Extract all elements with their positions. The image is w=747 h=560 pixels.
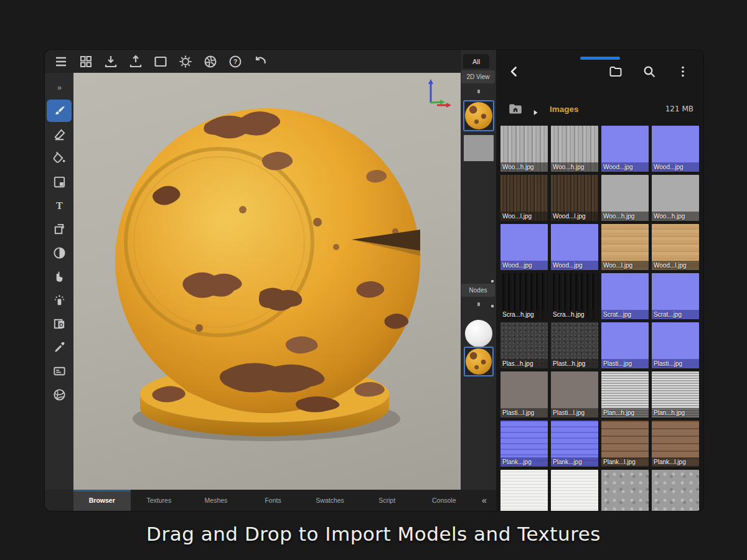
texture-tile[interactable]: Woo...h.jpg (601, 175, 649, 221)
texture-tile[interactable]: Plas...h.jpg (500, 322, 548, 368)
texture-tile[interactable]: Woo...h.jpg (500, 126, 548, 172)
tile-label: Woo...h.jpg (652, 212, 699, 221)
file-browser-panel: Images 121 MB Woo...h.jpg Woo...h.jpg Wo… (496, 50, 703, 511)
window-icon[interactable] (152, 53, 169, 70)
tab-group: Browser Textures Meshes Fonts Swatches S… (73, 490, 472, 511)
decal-tool[interactable] (47, 170, 72, 193)
tab-all[interactable]: All (463, 54, 489, 68)
tile-label: Scrat...jpg (652, 310, 699, 319)
panel-tab[interactable]: Script (359, 490, 416, 511)
expand-tool[interactable]: » (47, 76, 72, 98)
overflow-menu-button[interactable] (674, 63, 692, 82)
spray-tool[interactable] (47, 289, 72, 311)
thumbnail-2d-gray[interactable] (464, 135, 494, 161)
texture-tile[interactable]: Plank...jpg (551, 421, 598, 467)
panel-tab[interactable]: Textures (131, 490, 188, 511)
texture-grid: Woo...h.jpg Woo...h.jpg Wood...jpg Wood.… (496, 126, 703, 511)
thumbnail-2d-texture[interactable] (463, 100, 494, 131)
texture-tile[interactable]: Scra...h.jpg (500, 273, 548, 319)
texture-tile[interactable]: Plank...l.jpg (652, 421, 699, 467)
texture-tile[interactable]: Wood...jpg (652, 126, 699, 172)
texture-tile[interactable]: Wood...jpg (601, 126, 649, 172)
texture-tile[interactable]: Wood...l.jpg (652, 224, 699, 270)
panel-tab[interactable]: Console (415, 490, 472, 511)
breadcrumb-folder[interactable]: Images (546, 104, 583, 114)
layers-tool[interactable]: D (47, 312, 72, 335)
tile-label: Plas...h.jpg (500, 359, 548, 368)
tile-label: Wood...jpg (551, 261, 598, 270)
export-icon[interactable] (127, 53, 144, 70)
tile-label: Plank...l.jpg (601, 457, 649, 467)
node-thumbnail-rust[interactable] (464, 347, 494, 376)
texture-tile[interactable]: Plasti...l.jpg (500, 371, 548, 418)
tile-label: Plan...h.jpg (652, 408, 699, 418)
smudge-tool[interactable] (47, 265, 72, 287)
texture-tile[interactable]: Plasti...jpg (652, 322, 699, 368)
undo-icon[interactable] (251, 53, 269, 70)
app-window: ? » T (45, 50, 703, 511)
texture-tile[interactable]: Plan...h.jpg (652, 371, 699, 418)
texture-tile[interactable] (601, 470, 649, 511)
texture-tile[interactable] (652, 470, 699, 511)
search-button[interactable] (640, 63, 659, 82)
viewport-3d[interactable] (73, 73, 461, 490)
texture-tile[interactable]: Woo...h.jpg (551, 126, 598, 172)
folder-size: 121 MB (665, 105, 693, 113)
transform-tool[interactable] (47, 218, 72, 240)
texture-tile[interactable]: Plan...h.jpg (601, 371, 649, 418)
panel-tab[interactable]: Swatches (301, 490, 359, 511)
fill-tool[interactable] (47, 147, 72, 169)
node-thumbnail-white[interactable] (465, 320, 492, 347)
texture-tile[interactable]: Wood...jpg (551, 224, 598, 270)
import-icon[interactable] (102, 53, 120, 70)
texture-tile[interactable] (551, 470, 598, 511)
texture-tile[interactable]: Scra...h.jpg (551, 273, 598, 319)
tile-label: Wood...jpg (601, 162, 649, 172)
back-button[interactable] (505, 63, 524, 82)
add-node-button[interactable] (474, 300, 484, 309)
axis-gizmo[interactable] (418, 77, 453, 113)
section-2d-view[interactable]: 2D View (461, 70, 495, 83)
properties-tool[interactable] (47, 360, 72, 382)
texture-tile[interactable]: Plank...jpg (500, 421, 548, 467)
settings-icon[interactable] (177, 53, 194, 70)
folder-button[interactable] (606, 63, 625, 82)
grid-icon[interactable] (77, 53, 95, 70)
collapse-panel-button[interactable]: « (472, 490, 496, 511)
texture-tile[interactable] (500, 470, 548, 511)
texture-tile[interactable]: Woo...l.jpg (500, 175, 548, 221)
texture-tile[interactable]: Woo...h.jpg (652, 175, 699, 221)
panel-tab[interactable]: Meshes (187, 490, 245, 511)
texture-tile[interactable]: Plast...h.jpg (551, 322, 598, 368)
caption-text: Drag and Drop to Import Models and Textu… (0, 523, 747, 545)
texture-tile[interactable]: Scrat...jpg (652, 273, 699, 319)
aperture-icon[interactable] (202, 53, 219, 70)
tile-label: Plank...l.jpg (652, 457, 699, 467)
eyedropper-tool[interactable] (47, 336, 72, 358)
material-tool[interactable] (47, 383, 72, 406)
panel-tab[interactable]: Fonts (245, 490, 302, 511)
svg-text:?: ? (233, 58, 238, 65)
texture-tile[interactable]: Scrat...jpg (601, 273, 649, 319)
section-nodes[interactable]: Nodes (461, 284, 495, 297)
bottom-tabbar: Browser Textures Meshes Fonts Swatches S… (73, 490, 496, 511)
panel-tab[interactable]: Browser (73, 490, 131, 511)
texture-tile[interactable]: Wood...jpg (500, 224, 548, 270)
eraser-tool[interactable] (47, 123, 72, 146)
tile-label: Woo...h.jpg (500, 162, 548, 172)
texture-tile[interactable]: Woo...l.jpg (601, 224, 649, 270)
contrast-tool[interactable] (47, 241, 72, 264)
texture-tile[interactable]: Wood...l.jpg (551, 175, 598, 221)
text-tool[interactable]: T (47, 194, 72, 217)
menu-icon[interactable] (52, 53, 70, 70)
texture-tile[interactable]: Plank...l.jpg (601, 421, 649, 467)
home-folder-icon[interactable] (506, 100, 525, 118)
screenshot-root: ? » T (0, 0, 747, 560)
brush-tool[interactable] (47, 100, 72, 122)
help-icon[interactable]: ? (227, 53, 244, 70)
texture-tile[interactable]: Plasti...jpg (601, 322, 649, 368)
tile-label: Plan...h.jpg (601, 408, 649, 418)
texture-tile[interactable]: Plasti...l.jpg (551, 371, 598, 418)
svg-text:»: » (57, 83, 62, 91)
add-2d-view-button[interactable] (474, 87, 484, 96)
